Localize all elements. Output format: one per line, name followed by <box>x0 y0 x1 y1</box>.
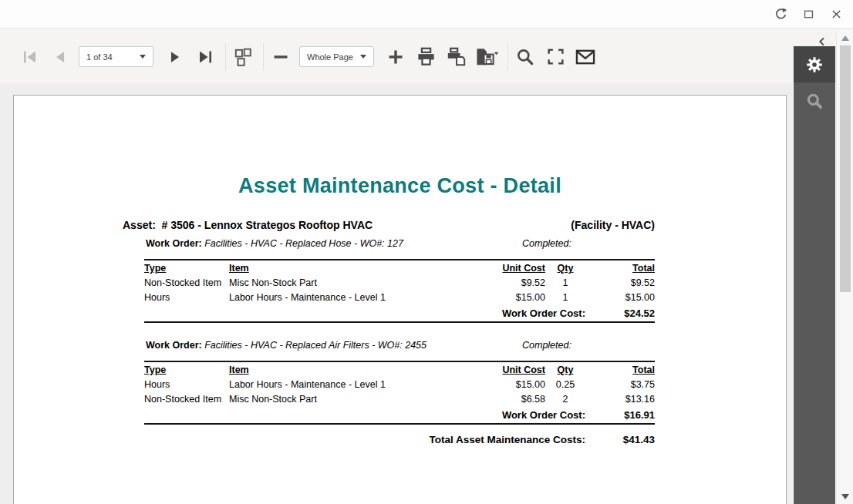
cell-unit-cost: $9.52 <box>480 275 545 290</box>
report-content: Asset Maintenance Cost - Detail Asset: #… <box>14 96 786 445</box>
table-row: Hours Labor Hours - Maintenance - Level … <box>144 290 655 304</box>
cell-item: Labor Hours - Maintenance - Level 1 <box>229 290 480 304</box>
asset-header-row: Asset: # 3506 - Lennox Strategos Rooftop… <box>123 219 655 231</box>
col-header-unit-cost: Unit Cost <box>480 260 545 275</box>
report-canvas[interactable]: Asset Maintenance Cost - Detail Asset: #… <box>0 83 793 504</box>
cell-unit-cost: $6.58 <box>480 391 545 406</box>
work-order-table: Type Item Unit Cost Qty Total Non-Stocke… <box>144 259 655 323</box>
toolbar-separator <box>225 43 226 71</box>
zoom-in-button[interactable] <box>384 41 407 73</box>
search-panel-button[interactable] <box>794 82 835 119</box>
asset-category: (Facility - HVAC) <box>571 219 655 231</box>
cell-total: $15.00 <box>585 290 655 304</box>
chevron-down-icon <box>140 55 146 59</box>
cell-total: $9.52 <box>585 275 655 290</box>
refresh-icon[interactable] <box>771 5 790 24</box>
table-header-row: Type Item Unit Cost Qty Total <box>144 361 655 377</box>
settings-panel-button[interactable] <box>794 46 835 82</box>
search-icon[interactable] <box>514 41 537 73</box>
asset-label-and-value: Asset: # 3506 - Lennox Strategos Rooftop… <box>123 219 373 231</box>
work-order-label: Work Order: <box>146 238 202 249</box>
scroll-down-icon[interactable] <box>841 494 849 499</box>
work-order-description: Facilities - HVAC - Replaced Air Filters… <box>204 340 426 351</box>
total-asset-cost-value: $41.43 <box>585 434 655 445</box>
window-titlebar <box>0 0 853 29</box>
cell-unit-cost: $15.00 <box>480 377 545 391</box>
cell-qty: 0.25 <box>545 377 585 391</box>
completed-label: Completed: <box>522 238 571 249</box>
table-header-row: Type Item Unit Cost Qty Total <box>144 260 655 275</box>
vertical-scrollbar[interactable] <box>836 30 853 504</box>
cell-item: Misc Non-Stock Part <box>229 275 480 290</box>
table-row: Non-Stocked Item Misc Non-Stock Part $6.… <box>144 391 655 406</box>
side-panel <box>794 46 835 504</box>
page-number-select[interactable]: 1 of 34 <box>79 46 153 67</box>
col-header-qty: Qty <box>545 361 585 377</box>
page-number-value: 1 of 34 <box>86 52 113 62</box>
work-order-cost-row: Work Order Cost: $24.52 <box>144 304 655 322</box>
first-page-button[interactable] <box>19 41 42 73</box>
export-button[interactable] <box>474 41 499 73</box>
table-row: Hours Labor Hours - Maintenance - Level … <box>144 377 655 391</box>
cell-total: $3.75 <box>585 377 655 391</box>
work-order-cost-row: Work Order Cost: $16.91 <box>144 406 655 424</box>
maximize-icon[interactable] <box>799 5 818 24</box>
close-icon[interactable] <box>827 5 845 24</box>
cell-item: Misc Non-Stock Part <box>229 391 480 406</box>
chevron-down-icon <box>360 55 366 59</box>
toolbar-separator <box>507 43 508 71</box>
cell-total: $13.16 <box>585 391 655 406</box>
gear-icon <box>804 55 824 75</box>
asset-label: Asset: <box>123 219 156 231</box>
col-header-type: Type <box>144 361 229 377</box>
magnifier-icon <box>804 91 824 111</box>
cell-type: Non-Stocked Item <box>144 391 229 406</box>
fullscreen-button[interactable] <box>544 41 567 73</box>
cell-qty: 2 <box>545 391 585 406</box>
scrollbar-thumb[interactable] <box>840 45 851 292</box>
work-order-header: Work Order: Facilities - HVAC - Replaced… <box>146 340 655 353</box>
window-controls <box>771 0 845 29</box>
total-asset-cost-row: Total Asset Maintenance Costs: $41.43 <box>144 434 655 445</box>
cell-type: Hours <box>144 377 229 391</box>
previous-page-button[interactable] <box>49 41 72 73</box>
cell-qty: 1 <box>545 290 585 304</box>
cell-type: Non-Stocked Item <box>144 275 229 290</box>
zoom-level-value: Whole Page <box>307 52 353 62</box>
col-header-total: Total <box>585 361 655 377</box>
work-order-header: Work Order: Facilities - HVAC - Replaced… <box>146 238 655 251</box>
last-page-button[interactable] <box>194 41 217 73</box>
report-toolbar: 1 of 34 <box>0 30 836 83</box>
work-order-cost-label: Work Order Cost: <box>144 304 585 322</box>
col-header-item: Item <box>229 260 480 275</box>
next-page-button[interactable] <box>164 41 187 73</box>
email-button[interactable] <box>574 41 597 73</box>
page-layout-button[interactable] <box>231 41 255 73</box>
work-order-table: Type Item Unit Cost Qty Total Hours Labo… <box>144 361 655 425</box>
work-order-label: Work Order: <box>146 340 202 351</box>
cell-unit-cost: $15.00 <box>480 290 545 304</box>
total-asset-cost-label: Total Asset Maintenance Costs: <box>144 434 585 445</box>
cell-item: Labor Hours - Maintenance - Level 1 <box>229 377 480 391</box>
scroll-up-icon[interactable] <box>841 35 849 41</box>
table-row: Non-Stocked Item Misc Non-Stock Part $9.… <box>144 275 655 290</box>
print-button[interactable] <box>414 41 437 73</box>
toolbar-separator <box>263 43 264 71</box>
col-header-type: Type <box>144 260 229 275</box>
zoom-out-button[interactable] <box>269 41 292 73</box>
cell-qty: 1 <box>545 275 585 290</box>
zoom-level-select[interactable]: Whole Page <box>299 46 374 67</box>
work-order-description: Facilities - HVAC - Replaced Hose - WO#:… <box>204 238 403 249</box>
report-viewer-window: 1 of 34 <box>0 0 853 504</box>
asset-value: # 3506 - Lennox Strategos Rooftop HVAC <box>162 219 373 231</box>
print-layout-button[interactable] <box>444 41 467 73</box>
col-header-total: Total <box>585 260 655 275</box>
completed-label: Completed: <box>522 340 571 351</box>
col-header-item: Item <box>229 361 480 377</box>
work-order-cost-label: Work Order Cost: <box>144 406 585 424</box>
report-title: Asset Maintenance Cost - Detail <box>14 174 786 198</box>
work-order-cost-value: $16.91 <box>585 406 655 424</box>
report-page: Asset Maintenance Cost - Detail Asset: #… <box>13 95 787 504</box>
col-header-qty: Qty <box>545 260 585 275</box>
cell-type: Hours <box>144 290 229 304</box>
